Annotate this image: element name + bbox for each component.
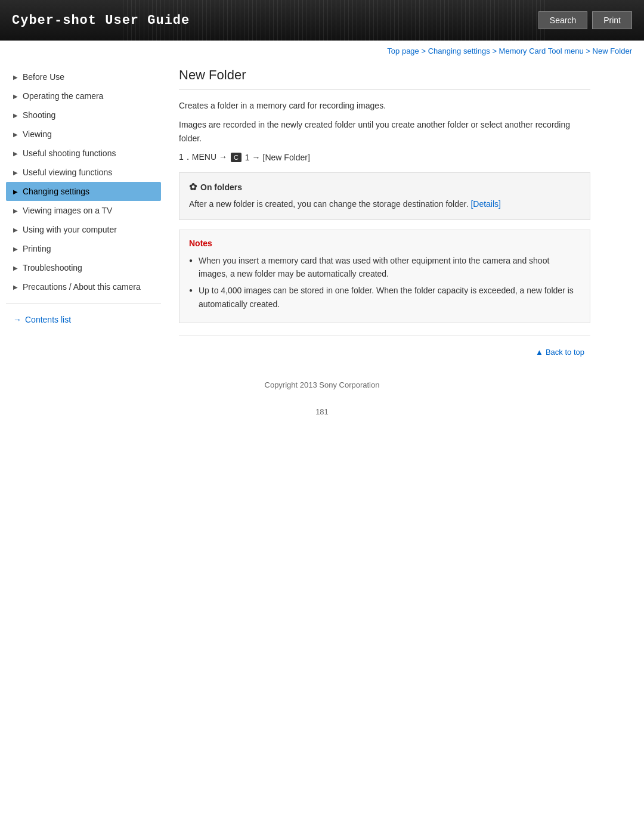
sidebar-item-changing-settings[interactable]: ▶ Changing settings — [6, 182, 161, 201]
arrow-icon: ▶ — [13, 131, 18, 138]
sidebar-item-precautions[interactable]: ▶ Precautions / About this camera — [6, 277, 161, 296]
back-to-top-label: Back to top — [546, 348, 584, 357]
breadcrumb: Top page > Changing settings > Memory Ca… — [0, 41, 644, 61]
breadcrumb-current: New Folder — [593, 47, 632, 55]
copyright: Copyright 2013 Sony Corporation — [0, 368, 644, 401]
notes-box: Notes When you insert a memory card that… — [179, 230, 590, 324]
description-line2: Images are recorded in the newly created… — [179, 118, 590, 145]
notes-item: When you insert a memory card that was u… — [189, 254, 580, 281]
sidebar-label: Shooting — [23, 110, 55, 120]
app-title: Cyber-shot User Guide — [12, 13, 190, 28]
page-title: New Folder — [179, 67, 590, 89]
arrow-icon: ▶ — [13, 208, 18, 214]
sidebar-label: Viewing — [23, 129, 52, 139]
sidebar-label: Before Use — [23, 72, 64, 82]
contents-link-label: Contents list — [25, 315, 71, 324]
arrow-icon: ▶ — [13, 74, 18, 80]
sidebar-item-shooting[interactable]: ▶ Shooting — [6, 106, 161, 125]
sidebar: ▶ Before Use ▶ Operating the camera ▶ Sh… — [6, 61, 161, 368]
sidebar-item-useful-viewing[interactable]: ▶ Useful viewing functions — [6, 163, 161, 182]
description-line1: Creates a folder in a memory card for re… — [179, 99, 590, 112]
footer-nav: ▲ Back to top — [179, 335, 590, 363]
arrow-icon: ▶ — [13, 284, 18, 290]
content-area: New Folder Creates a folder in a memory … — [161, 61, 608, 368]
sidebar-label: Useful viewing functions — [23, 168, 112, 177]
arrow-right-icon: → — [13, 315, 21, 324]
search-button[interactable]: Search — [538, 11, 587, 29]
sidebar-label: Using with your computer — [23, 225, 117, 234]
sidebar-label: Precautions / About this camera — [23, 282, 141, 292]
tips-box: ✿ On folders After a new folder is creat… — [179, 172, 590, 219]
sidebar-item-useful-shooting[interactable]: ▶ Useful shooting functions — [6, 144, 161, 163]
tips-icon: ✿ — [189, 181, 197, 193]
tips-title: ✿ On folders — [189, 181, 580, 193]
arrow-icon: ▶ — [13, 227, 18, 233]
sidebar-item-viewing[interactable]: ▶ Viewing — [6, 125, 161, 144]
arrow-icon: ▶ — [13, 150, 18, 157]
arrow-icon: ▶ — [13, 246, 18, 252]
sidebar-item-using-with-computer[interactable]: ▶ Using with your computer — [6, 220, 161, 239]
menu-instruction: 1．MENU → C 1 → [New Folder] — [179, 152, 590, 163]
menu-step-prefix: 1．MENU → — [179, 152, 227, 163]
tips-text-content: After a new folder is created, you can c… — [189, 199, 469, 209]
sidebar-label: Viewing images on a TV — [23, 206, 112, 215]
arrow-icon: ▶ — [13, 265, 18, 271]
page-number: 181 — [0, 401, 644, 422]
sidebar-label: Useful shooting functions — [23, 148, 116, 158]
header-buttons: Search Print — [538, 11, 632, 29]
sidebar-label: Printing — [23, 244, 51, 253]
arrow-icon: ▶ — [13, 93, 18, 100]
sidebar-item-troubleshooting[interactable]: ▶ Troubleshooting — [6, 258, 161, 277]
notes-list: When you insert a memory card that was u… — [189, 254, 580, 311]
header: Cyber-shot User Guide Search Print — [0, 0, 644, 41]
arrow-icon: ▶ — [13, 112, 18, 119]
main-layout: ▶ Before Use ▶ Operating the camera ▶ Sh… — [0, 61, 644, 368]
sidebar-item-before-use[interactable]: ▶ Before Use — [6, 67, 161, 86]
sidebar-label: Troubleshooting — [23, 263, 82, 272]
menu-step-end: [New Folder] — [263, 153, 310, 162]
menu-icon: C — [231, 153, 242, 162]
notes-item: Up to 4,000 images can be stored in one … — [189, 284, 580, 311]
back-to-top-link[interactable]: ▲ Back to top — [535, 348, 584, 357]
arrow-icon: ▶ — [13, 188, 18, 195]
back-to-top-icon: ▲ — [535, 348, 543, 357]
sidebar-label: Changing settings — [23, 187, 89, 196]
tips-title-text: On folders — [200, 182, 242, 192]
sidebar-label: Operating the camera — [23, 91, 103, 101]
arrow-icon: ▶ — [13, 169, 18, 176]
print-button[interactable]: Print — [592, 11, 632, 29]
tips-text: After a new folder is created, you can c… — [189, 197, 580, 210]
sidebar-item-viewing-on-tv[interactable]: ▶ Viewing images on a TV — [6, 201, 161, 220]
menu-step-middle: 1 → — [245, 153, 261, 162]
breadcrumb-changing-settings[interactable]: Changing settings — [428, 47, 490, 55]
sidebar-item-operating-camera[interactable]: ▶ Operating the camera — [6, 86, 161, 106]
breadcrumb-memory-card-tool-menu[interactable]: Memory Card Tool menu — [499, 47, 584, 55]
notes-title: Notes — [189, 239, 580, 248]
breadcrumb-top[interactable]: Top page — [387, 47, 419, 55]
tips-details-link[interactable]: [Details] — [470, 199, 501, 209]
sidebar-item-printing[interactable]: ▶ Printing — [6, 239, 161, 258]
contents-list-link[interactable]: → Contents list — [6, 309, 161, 330]
